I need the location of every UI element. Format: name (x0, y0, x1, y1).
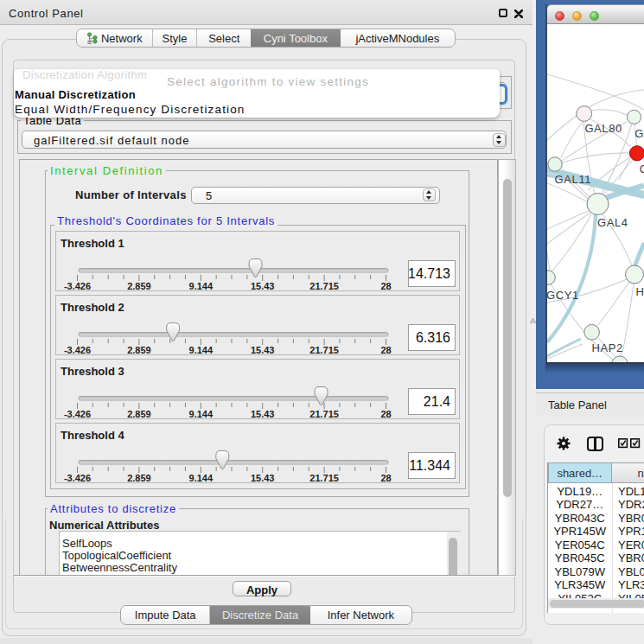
svg-text:28: 28 (380, 280, 391, 290)
svg-text:-3.426: -3.426 (64, 280, 91, 290)
svg-text:2.859: 2.859 (127, 472, 151, 482)
svg-text:2.859: 2.859 (127, 408, 151, 418)
svg-text:9.144: 9.144 (189, 280, 214, 290)
svg-text:GAL80: GAL80 (584, 122, 622, 135)
svg-text:-3.426: -3.426 (64, 408, 91, 418)
svg-text:28: 28 (380, 408, 391, 418)
svg-text:21.715: 21.715 (309, 472, 339, 482)
svg-text:HAP2: HAP2 (592, 341, 623, 354)
svg-text:C: C (640, 163, 644, 175)
svg-text:15.43: 15.43 (251, 344, 275, 354)
svg-text:GAL4: GAL4 (597, 216, 628, 229)
svg-text:-3.426: -3.426 (64, 344, 91, 354)
svg-text:9.144: 9.144 (189, 472, 214, 482)
svg-text:2.859: 2.859 (127, 280, 151, 290)
svg-text:15.43: 15.43 (251, 280, 275, 290)
svg-text:15.43: 15.43 (251, 472, 275, 482)
svg-text:GCY1: GCY1 (547, 289, 579, 302)
svg-text:2.859: 2.859 (127, 344, 151, 354)
svg-text:21.715: 21.715 (309, 280, 339, 290)
svg-text:28: 28 (380, 344, 391, 354)
svg-text:28: 28 (380, 472, 391, 482)
svg-text:15.43: 15.43 (251, 408, 275, 418)
svg-text:-3.426: -3.426 (64, 472, 91, 482)
svg-text:HA: HA (636, 285, 644, 298)
svg-text:9.144: 9.144 (189, 408, 214, 418)
svg-text:9.144: 9.144 (189, 344, 214, 354)
svg-text:21.715: 21.715 (309, 344, 339, 354)
svg-text:21.715: 21.715 (309, 408, 339, 418)
svg-text:GAL11: GAL11 (555, 173, 592, 186)
svg-text:GA: GA (634, 127, 644, 140)
